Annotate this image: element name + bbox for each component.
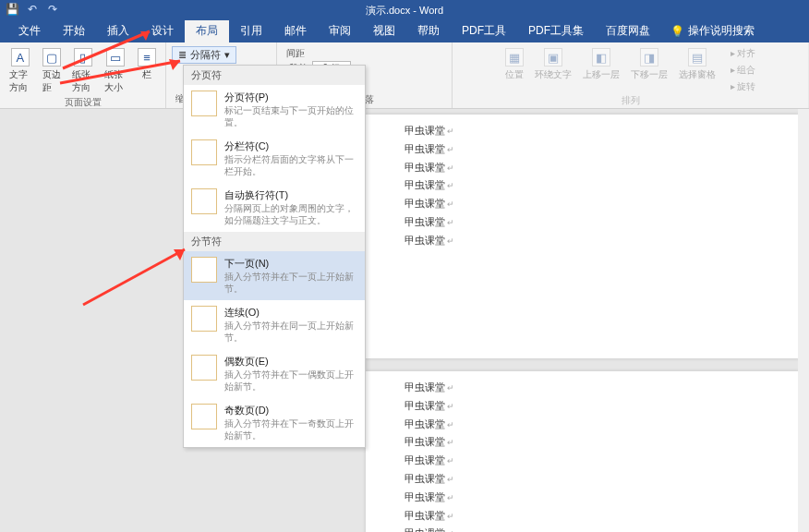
document-page-2[interactable]: 甲虫课堂甲虫课堂甲虫课堂甲虫课堂甲虫课堂甲虫课堂甲虫课堂甲虫课堂甲虫课堂甲虫课堂 [366, 371, 800, 532]
spacing-label: 间距 [283, 46, 308, 61]
title-bar: 💾 ↶ ↷ 演示.docx - Word [0, 0, 809, 20]
text-line[interactable]: 甲虫课堂 [404, 433, 761, 452]
tab-pdftools[interactable]: PDF工具 [451, 19, 517, 42]
menu-header-section-breaks: 分节符 [184, 232, 365, 251]
margins-button[interactable]: ▢页边距 [39, 46, 65, 96]
tab-pdftoolset[interactable]: PDF工具集 [517, 19, 595, 42]
text-line[interactable]: 甲虫课堂 [404, 525, 761, 532]
ribbon-panel: A文字方向 ▢页边距 ▯纸张方向 ▭纸张大小 ≡栏 页面设置 ≣ 分隔符 ▾ 缩… [0, 42, 809, 109]
menu-item-title: 分栏符(C) [224, 139, 357, 153]
menu-item-title: 奇数页(D) [224, 404, 357, 417]
rotate-button: ▸ 旋转 [727, 79, 760, 94]
align-button: ▸ 对齐 [727, 46, 760, 61]
menu-item[interactable]: 自动换行符(T)分隔网页上的对象周围的文字，如分隔题注文字与正文。 [184, 183, 365, 232]
tell-me-search[interactable]: 💡 操作说明搜索 [661, 19, 764, 42]
tab-file[interactable]: 文件 [7, 19, 52, 42]
text-line[interactable]: 甲虫课堂 [404, 232, 761, 250]
text-line[interactable]: 甲虫课堂 [404, 470, 761, 489]
menu-item[interactable]: 偶数页(E)插入分节符并在下一偶数页上开始新节。 [184, 349, 365, 398]
menu-item[interactable]: 下一页(N)插入分节符并在下一页上开始新节。 [184, 251, 365, 300]
menu-item-desc: 分隔网页上的对象周围的文字，如分隔题注文字与正文。 [224, 202, 357, 226]
text-line[interactable]: 甲虫课堂 [404, 416, 761, 434]
text-line[interactable]: 甲虫课堂 [404, 195, 761, 213]
text-line[interactable]: 甲虫课堂 [404, 489, 761, 507]
menu-item-desc: 指示分栏符后面的文字将从下一栏开始。 [224, 153, 357, 177]
tab-references[interactable]: 引用 [229, 19, 273, 42]
tab-review[interactable]: 审阅 [318, 19, 362, 42]
text-line[interactable]: 甲虫课堂 [404, 507, 761, 526]
menu-item-title: 下一页(N) [224, 257, 357, 271]
breaks-button[interactable]: ≣ 分隔符 ▾ [172, 46, 236, 64]
text-line[interactable]: 甲虫课堂 [404, 379, 761, 397]
menu-item[interactable]: 分页符(P)标记一页结束与下一页开始的位置。 [184, 85, 365, 134]
undo-icon[interactable]: ↶ [26, 3, 39, 16]
breaks-icon: ≣ [178, 49, 187, 61]
page-icon [191, 355, 217, 381]
menu-header-page-breaks: 分页符 [184, 66, 365, 85]
menu-item[interactable]: 奇数页(D)插入分节符并在下一奇数页上开始新节。 [184, 398, 365, 447]
chevron-down-icon: ▾ [224, 49, 230, 61]
menu-item-desc: 插入分节符并在同一页上开始新节。 [224, 320, 357, 344]
page-icon [191, 257, 217, 283]
bring-forward-button: ◧上移一层 [579, 46, 623, 94]
menu-item-title: 偶数页(E) [224, 355, 357, 369]
menu-item-desc: 标记一页结束与下一页开始的位置。 [224, 104, 357, 128]
tab-mailings[interactable]: 邮件 [273, 19, 318, 42]
group-page-setup: A文字方向 ▢页边距 ▯纸张方向 ▭纸张大小 ≡栏 页面设置 [0, 42, 166, 108]
menu-item[interactable]: 连续(O)插入分节符并在同一页上开始新节。 [184, 300, 365, 349]
tab-design[interactable]: 设计 [140, 19, 185, 42]
breaks-dropdown-menu: 分页符 分页符(P)标记一页结束与下一页开始的位置。分栏符(C)指示分栏符后面的… [183, 65, 366, 448]
page-icon [191, 188, 217, 214]
text-line[interactable]: 甲虫课堂 [404, 122, 761, 140]
ribbon-tabs: 文件 开始 插入 设计 布局 引用 邮件 审阅 视图 帮助 PDF工具 PDF工… [0, 20, 809, 42]
tab-view[interactable]: 视图 [362, 19, 406, 42]
save-icon[interactable]: 💾 [6, 3, 18, 16]
page-icon [191, 91, 217, 116]
page-icon [191, 404, 217, 429]
group-arrange: ▦位置 ▣环绕文字 ◧上移一层 ◨下移一层 ▤选择窗格 ▸ 对齐 ▸ 组合 ▸ … [453, 42, 809, 108]
send-backward-button: ◨下移一层 [627, 46, 671, 94]
menu-item[interactable]: 分栏符(C)指示分栏符后面的文字将从下一栏开始。 [184, 134, 365, 183]
menu-item-desc: 插入分节符并在下一奇数页上开始新节。 [224, 417, 357, 441]
size-button[interactable]: ▭纸张大小 [101, 46, 130, 96]
orientation-button[interactable]: ▯纸张方向 [68, 46, 98, 96]
menu-item-title: 连续(O) [224, 306, 357, 320]
selection-pane-button[interactable]: ▤选择窗格 [675, 46, 719, 94]
page-icon [191, 306, 217, 332]
window-title: 演示.docx - Word [366, 4, 443, 18]
text-line[interactable]: 甲虫课堂 [404, 159, 761, 177]
redo-icon[interactable]: ↷ [46, 3, 59, 16]
tell-me-label: 操作说明搜索 [688, 23, 755, 39]
menu-item-desc: 插入分节符并在下一页上开始新节。 [224, 271, 357, 295]
group-label-page-setup: 页面设置 [65, 96, 102, 109]
menu-item-desc: 插入分节符并在下一偶数页上开始新节。 [224, 369, 357, 393]
text-line[interactable]: 甲虫课堂 [404, 213, 761, 232]
quick-access-toolbar: 💾 ↶ ↷ [6, 3, 59, 16]
tab-insert[interactable]: 插入 [96, 19, 140, 42]
tab-home[interactable]: 开始 [52, 19, 96, 42]
group-objects-button: ▸ 组合 [727, 63, 760, 78]
wrap-text-button: ▣环绕文字 [531, 46, 575, 94]
menu-item-title: 自动换行符(T) [224, 188, 357, 202]
tab-baidu[interactable]: 百度网盘 [595, 19, 661, 42]
lightbulb-icon: 💡 [670, 25, 684, 38]
group-label-arrange: 排列 [622, 94, 640, 107]
position-button: ▦位置 [501, 46, 527, 94]
text-line[interactable]: 甲虫课堂 [404, 452, 761, 470]
text-line[interactable]: 甲虫课堂 [404, 176, 761, 195]
tab-help[interactable]: 帮助 [406, 19, 451, 42]
document-area: 甲虫课堂甲虫课堂甲虫课堂甲虫课堂甲虫课堂甲虫课堂甲虫课堂 甲虫课堂甲虫课堂甲虫课… [0, 109, 809, 532]
menu-item-title: 分页符(P) [224, 91, 357, 104]
document-page-1[interactable]: 甲虫课堂甲虫课堂甲虫课堂甲虫课堂甲虫课堂甲虫课堂甲虫课堂 [366, 115, 800, 358]
text-line[interactable]: 甲虫课堂 [404, 140, 761, 159]
vertical-scrollbar[interactable] [798, 109, 809, 532]
tab-layout[interactable]: 布局 [185, 19, 229, 42]
text-direction-button[interactable]: A文字方向 [6, 46, 35, 96]
columns-button[interactable]: ≡栏 [134, 46, 160, 96]
page-icon [191, 139, 217, 165]
text-line[interactable]: 甲虫课堂 [404, 397, 761, 416]
